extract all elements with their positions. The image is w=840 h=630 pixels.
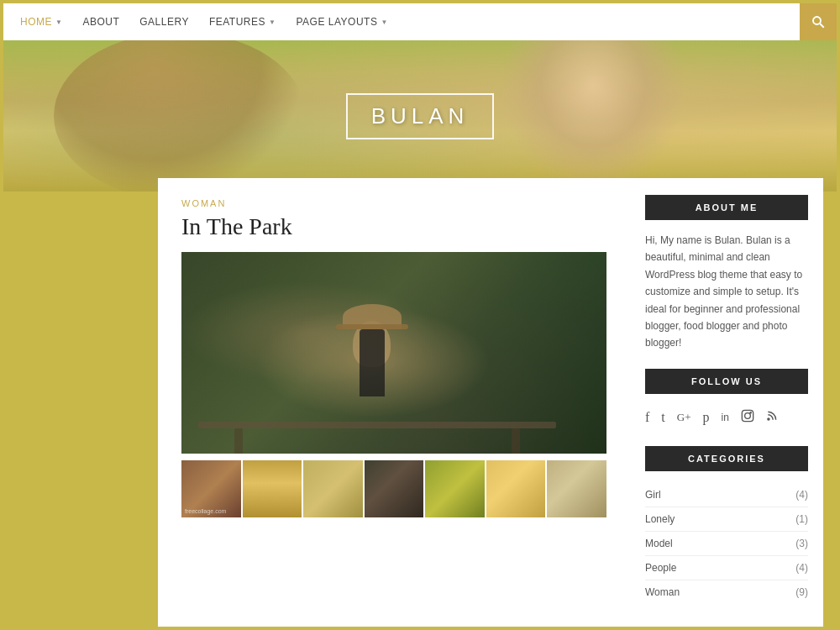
left-padding [3, 192, 81, 630]
category-count: (1) [795, 513, 808, 525]
about-me-text: Hi, My name is Bulan. Bulan is a beautif… [645, 232, 808, 352]
twitter-icon[interactable]: t [661, 410, 664, 425]
category-count: (3) [795, 538, 808, 549]
linkedin-icon[interactable]: in [722, 412, 729, 423]
chevron-down-icon: ▼ [269, 18, 276, 26]
thumbnail-2[interactable] [243, 460, 302, 517]
nav-item-gallery[interactable]: GALLERY [139, 16, 189, 28]
figure-decoration [334, 304, 410, 422]
category-item-people[interactable]: People (4) [645, 556, 808, 580]
nav-item-about[interactable]: ABOUT [82, 16, 119, 28]
thumbnail-6[interactable] [486, 460, 546, 517]
hero-section: BULAN [3, 40, 837, 192]
content-area: WOMAN In The Park freecollage.com [158, 178, 630, 630]
category-count: (9) [795, 586, 808, 598]
thumbnail-5[interactable] [425, 460, 485, 517]
nav-item-home[interactable]: HOME ▼ [20, 16, 62, 28]
chevron-down-icon: ▼ [381, 18, 387, 26]
navigation: HOME ▼ ABOUT GALLERY FEATURES ▼ PAGE LAY… [3, 3, 837, 40]
instagram-icon[interactable] [741, 409, 754, 426]
hero-face-decoration [501, 40, 685, 192]
follow-us-header: FOLLOW US [645, 369, 808, 394]
figure-hat [343, 304, 402, 329]
about-me-widget: ABOUT ME Hi, My name is Bulan. Bulan is … [645, 195, 808, 352]
facebook-icon[interactable]: f [645, 410, 649, 425]
thumbnail-7[interactable] [547, 460, 606, 517]
nav-item-features[interactable]: FEATURES ▼ [209, 16, 276, 28]
watermark: freecollage.com [185, 508, 226, 514]
sidebar: ABOUT ME Hi, My name is Bulan. Bulan is … [630, 178, 823, 630]
pinterest-icon[interactable]: p [703, 410, 710, 425]
category-item-model[interactable]: Model (3) [645, 532, 808, 556]
follow-us-widget: FOLLOW US f t G+ p in [645, 369, 808, 429]
category-name: Girl [645, 489, 661, 501]
chevron-down-icon: ▼ [55, 18, 62, 26]
thumbnail-strip: freecollage.com [181, 460, 606, 517]
category-name: Lonely [645, 513, 675, 525]
bench-decoration [198, 422, 556, 428]
svg-point-0 [813, 17, 821, 24]
nav-item-page-layouts[interactable]: PAGE LAYOUTS ▼ [296, 16, 387, 28]
site-title: BULAN [346, 93, 495, 139]
svg-point-5 [767, 417, 770, 421]
right-padding [823, 192, 837, 630]
categories-header: CATEGORIES [645, 446, 808, 471]
social-icons-row: f t G+ p in [645, 406, 808, 429]
post-category: WOMAN [181, 198, 606, 208]
category-name: Model [645, 538, 673, 549]
thumbnail-1[interactable]: freecollage.com [181, 460, 241, 517]
search-button[interactable] [800, 3, 837, 40]
thumbnail-3[interactable] [303, 460, 363, 517]
about-me-header: ABOUT ME [645, 195, 808, 220]
nav-menu: HOME ▼ ABOUT GALLERY FEATURES ▼ PAGE LAY… [20, 16, 820, 28]
category-count: (4) [795, 562, 808, 574]
category-name: People [645, 562, 676, 574]
rss-icon[interactable] [766, 410, 778, 425]
hero-decoration [54, 40, 306, 192]
svg-line-1 [820, 24, 824, 28]
category-item-girl[interactable]: Girl (4) [645, 483, 808, 507]
figure-body [360, 329, 385, 396]
post-image [181, 252, 606, 454]
svg-point-4 [750, 412, 751, 412]
categories-widget: CATEGORIES Girl (4) Lonely (1) Model (3) [645, 446, 808, 604]
main-content: WOMAN In The Park freecollage.com [3, 192, 837, 630]
post-title: In The Park [181, 213, 606, 240]
category-list: Girl (4) Lonely (1) Model (3) People (4) [645, 483, 808, 604]
category-item-woman[interactable]: Woman (9) [645, 580, 808, 604]
category-name: Woman [645, 586, 680, 598]
sidebar-inner: ABOUT ME Hi, My name is Bulan. Bulan is … [630, 178, 823, 604]
category-item-lonely[interactable]: Lonely (1) [645, 507, 808, 532]
thumbnail-4[interactable] [365, 460, 424, 517]
svg-point-3 [745, 412, 751, 418]
googleplus-icon[interactable]: G+ [677, 411, 691, 424]
category-count: (4) [795, 489, 808, 501]
svg-rect-2 [742, 410, 753, 421]
